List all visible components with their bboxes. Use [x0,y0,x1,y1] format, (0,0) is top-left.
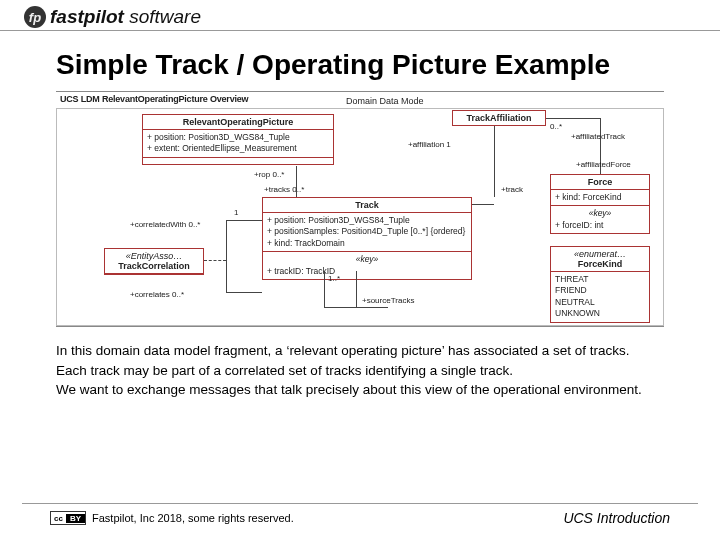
class-trackaffiliation: TrackAffiliation [452,110,546,126]
brand-text: fastpilot software [50,6,201,28]
desc-line-2: Each track may be part of a correlated s… [56,361,664,381]
class-track: Track + position: Position3D_WGS84_Tuple… [262,197,472,280]
brand-icon: fp [24,6,46,28]
diagram-title: UCS LDM RelevantOperatingPicture Overvie… [60,94,248,104]
logo-bar: fp fastpilot software [0,0,720,31]
class-rop: RelevantOperatingPicture + position: Pos… [142,114,334,165]
page-title: Simple Track / Operating Picture Example [0,31,720,91]
desc-line-3: We want to exchange messages that talk p… [56,380,664,400]
footer: cc BY Fastpilot, Inc 2018, some rights r… [22,503,698,526]
description: In this domain data model fragment, a ‘r… [56,341,664,400]
cc-license-icon: cc BY [50,511,86,525]
desc-line-1: In this domain data model fragment, a ‘r… [56,341,664,361]
diagram-caption: Domain Data Mode [346,96,424,106]
class-trackcorrelation: «EntityAsso… TrackCorrelation [104,248,204,275]
enum-forcekind: «enumerat… ForceKind THREAT FRIEND NEUTR… [550,246,650,323]
copyright-text: Fastpilot, Inc 2018, some rights reserve… [92,512,294,524]
slide-label: UCS Introduction [563,510,670,526]
class-force: Force + kind: ForceKind «key» + forceID:… [550,174,650,234]
uml-diagram: UCS LDM RelevantOperatingPicture Overvie… [56,91,664,327]
